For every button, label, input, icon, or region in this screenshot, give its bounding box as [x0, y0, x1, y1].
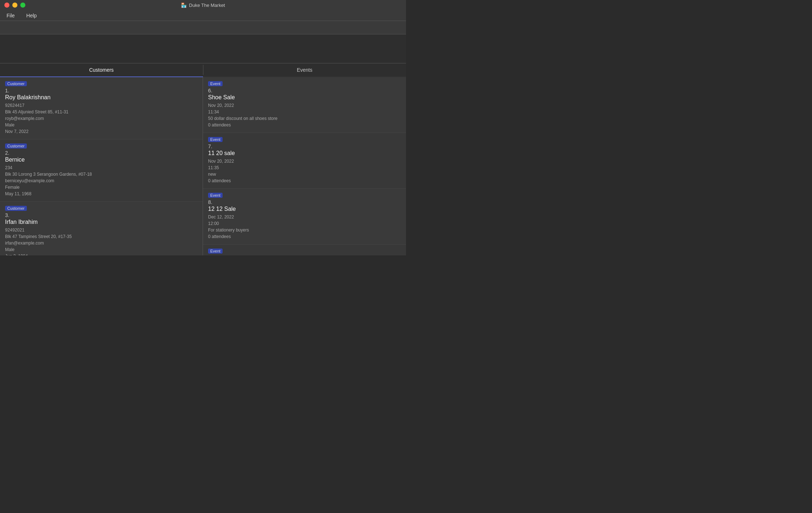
event-badge: Event	[208, 249, 223, 254]
event-date: Nov 20, 2022	[208, 158, 401, 164]
customer-dob: Jun 2, 1984	[5, 253, 198, 255]
tab-events[interactable]: Events	[203, 63, 406, 77]
event-badge: Event	[208, 137, 223, 142]
event-attendees: 0 attendees	[208, 122, 401, 128]
event-number: 8.	[208, 199, 401, 205]
event-date: Nov 20, 2022	[208, 102, 401, 109]
event-attendees: 0 attendees	[208, 233, 401, 240]
menu-help[interactable]: Help	[24, 12, 39, 19]
search-input[interactable]	[4, 23, 402, 32]
list-item[interactable]: Event 9. Computer Parts Sale	[203, 245, 406, 255]
customer-email: royb@example.com	[5, 115, 198, 122]
search-bar	[0, 21, 406, 34]
customer-badge: Customer	[5, 206, 27, 211]
customer-number: 3.	[5, 212, 198, 218]
event-date: Dec 12, 2022	[208, 214, 401, 220]
app-icon: 🏪	[181, 3, 187, 8]
list-item[interactable]: Event 6. Shoe Sale Nov 20, 2022 11:34 50…	[203, 77, 406, 133]
menu-file[interactable]: File	[4, 12, 17, 19]
event-badge: Event	[208, 193, 223, 198]
main-content: Customer 1. Roy Balakrishnan 92624417 Bl…	[0, 77, 406, 255]
event-description: new	[208, 171, 401, 178]
customer-badge: Customer	[5, 143, 27, 149]
customer-name: Bernice	[5, 157, 198, 163]
app-title: 🏪 Duke The Market	[181, 3, 225, 8]
event-attendees: 0 attendees	[208, 178, 401, 184]
list-item[interactable]: Event 8. 12 12 Sale Dec 12, 2022 12:00 F…	[203, 189, 406, 245]
customer-email: berniceyu@example.com	[5, 178, 198, 184]
customer-address: Blk 47 Tampines Street 20, #17-35	[5, 233, 198, 240]
event-name: 12 12 Sale	[208, 206, 401, 212]
maximize-button[interactable]	[20, 3, 25, 8]
menu-bar: File Help	[0, 10, 406, 21]
list-item[interactable]: Event 7. 11 20 sale Nov 20, 2022 11:35 n…	[203, 133, 406, 189]
list-item[interactable]: Customer 2. Bernice 234 Blk 30 Lorong 3 …	[0, 139, 203, 202]
minimize-button[interactable]	[12, 3, 17, 8]
customer-dob: May 11, 1968	[5, 191, 198, 197]
customers-panel[interactable]: Customer 1. Roy Balakrishnan 92624417 Bl…	[0, 77, 203, 255]
list-item[interactable]: Customer 1. Roy Balakrishnan 92624417 Bl…	[0, 77, 203, 139]
event-time: 12:00	[208, 220, 401, 227]
event-number: 9.	[208, 255, 401, 255]
tab-customers[interactable]: Customers	[0, 63, 203, 77]
list-item[interactable]: Customer 3. Irfan Ibrahim 92492021 Blk 4…	[0, 202, 203, 255]
event-time: 11:34	[208, 109, 401, 115]
customer-address: Blk 30 Lorong 3 Serangoon Gardens, #07-1…	[5, 171, 198, 178]
customer-name: Roy Balakrishnan	[5, 94, 198, 101]
customer-dob: Nov 7, 2022	[5, 128, 198, 135]
close-button[interactable]	[4, 3, 9, 8]
event-name: Shoe Sale	[208, 94, 401, 101]
title-bar: 🏪 Duke The Market	[0, 0, 406, 10]
customer-name: Irfan Ibrahim	[5, 219, 198, 225]
customer-email: irfan@example.com	[5, 240, 198, 246]
event-name: 11 20 sale	[208, 150, 401, 157]
customer-phone: 234	[5, 164, 198, 171]
empty-area	[0, 34, 406, 63]
tab-bar: Customers Events	[0, 63, 406, 77]
customer-phone: 92624417	[5, 102, 198, 109]
event-badge: Event	[208, 81, 223, 86]
customer-address: Blk 45 Aljunied Street 85, #11-31	[5, 109, 198, 115]
customer-badge: Customer	[5, 81, 27, 86]
customer-number: 2.	[5, 150, 198, 156]
customer-gender: Male	[5, 122, 198, 128]
events-panel[interactable]: Event 6. Shoe Sale Nov 20, 2022 11:34 50…	[203, 77, 406, 255]
event-description: 50 dollar discount on all shoes store	[208, 115, 401, 122]
event-time: 11:35	[208, 164, 401, 171]
event-number: 6.	[208, 88, 401, 93]
event-number: 7.	[208, 143, 401, 149]
window-controls	[4, 3, 25, 8]
customer-phone: 92492021	[5, 227, 198, 233]
customer-gender: Male	[5, 246, 198, 253]
customer-gender: Female	[5, 184, 198, 191]
event-description: For stationery buyers	[208, 227, 401, 233]
customer-number: 1.	[5, 88, 198, 93]
